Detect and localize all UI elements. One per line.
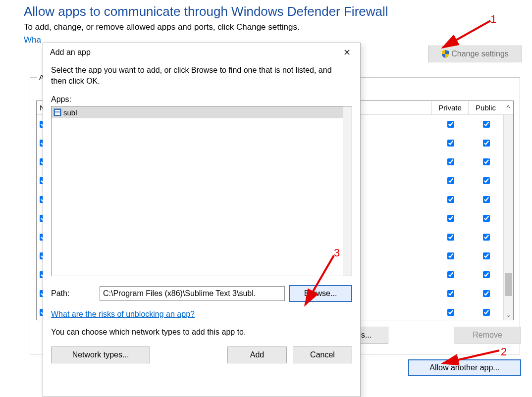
row-public-checkbox[interactable] <box>483 196 490 203</box>
row-private-checkbox[interactable] <box>447 196 454 203</box>
row-private-checkbox[interactable] <box>447 121 454 128</box>
apps-list-item-label: subl <box>63 108 77 117</box>
dialog-instruction: Select the app you want to add, or click… <box>51 65 352 86</box>
choose-network-text: You can choose which network types to ad… <box>51 328 352 337</box>
row-public-checkbox[interactable] <box>483 271 490 278</box>
row-public-checkbox[interactable] <box>483 309 490 316</box>
remove-button: Remove <box>454 327 521 344</box>
annotation-number-2: 2 <box>501 346 507 358</box>
row-private-checkbox[interactable] <box>447 309 454 316</box>
path-label: Path: <box>51 289 96 298</box>
row-public-checkbox[interactable] <box>483 215 490 222</box>
row-public-checkbox[interactable] <box>483 290 490 297</box>
app-icon <box>53 108 61 116</box>
apps-list-item[interactable]: subl <box>52 106 352 118</box>
cancel-button[interactable]: Cancel <box>293 347 352 363</box>
row-private-checkbox[interactable] <box>447 234 454 241</box>
row-public-checkbox[interactable] <box>483 140 490 147</box>
unblock-risks-link[interactable]: What are the risks of unblocking an app? <box>51 310 195 319</box>
row-public-checkbox[interactable] <box>483 252 490 259</box>
path-input[interactable]: C:\Program Files (x86)\Sublime Text 3\su… <box>100 286 285 301</box>
page-subtitle: To add, change, or remove allowed apps a… <box>24 22 532 32</box>
network-types-button[interactable]: Network types... <box>51 347 150 363</box>
row-private-checkbox[interactable] <box>447 215 454 222</box>
row-public-checkbox[interactable] <box>483 121 490 128</box>
col-header-scroll-up[interactable]: ^ <box>503 101 513 114</box>
add-button[interactable]: Add <box>227 347 287 363</box>
scrollbar-thumb[interactable] <box>505 273 512 296</box>
row-private-checkbox[interactable] <box>447 252 454 259</box>
apps-label: Apps: <box>51 95 352 104</box>
annotation-number-3: 3 <box>334 247 340 259</box>
close-icon[interactable]: ✕ <box>338 47 355 58</box>
scrollbar-arrow-down-icon[interactable]: ⌄ <box>504 310 513 320</box>
shield-icon <box>441 50 449 58</box>
annotation-number-1: 1 <box>490 13 496 26</box>
svg-rect-1 <box>55 110 60 115</box>
table-scrollbar[interactable]: ⌄ <box>503 115 513 320</box>
row-private-checkbox[interactable] <box>447 271 454 278</box>
page-title: Allow apps to communicate through Window… <box>24 4 532 19</box>
row-public-checkbox[interactable] <box>483 177 490 184</box>
change-settings-button[interactable]: Change settings <box>428 46 522 62</box>
allow-another-app-button[interactable]: Allow another app... <box>408 359 521 376</box>
dialog-title: Add an app <box>50 48 338 57</box>
change-settings-label: Change settings <box>451 50 509 58</box>
row-public-checkbox[interactable] <box>483 158 490 165</box>
col-header-public[interactable]: Public <box>469 101 503 114</box>
risks-link-top[interactable]: Wha <box>24 35 41 45</box>
apps-listbox[interactable]: subl <box>51 106 352 276</box>
col-header-private[interactable]: Private <box>432 101 469 114</box>
row-public-checkbox[interactable] <box>483 234 490 241</box>
row-private-checkbox[interactable] <box>447 177 454 184</box>
apps-scrollbar[interactable] <box>343 106 352 276</box>
row-private-checkbox[interactable] <box>447 140 454 147</box>
browse-button[interactable]: Browse... <box>289 285 352 302</box>
row-private-checkbox[interactable] <box>447 290 454 297</box>
row-private-checkbox[interactable] <box>447 158 454 165</box>
add-an-app-dialog: Add an app ✕ Select the app you want to … <box>43 43 361 397</box>
